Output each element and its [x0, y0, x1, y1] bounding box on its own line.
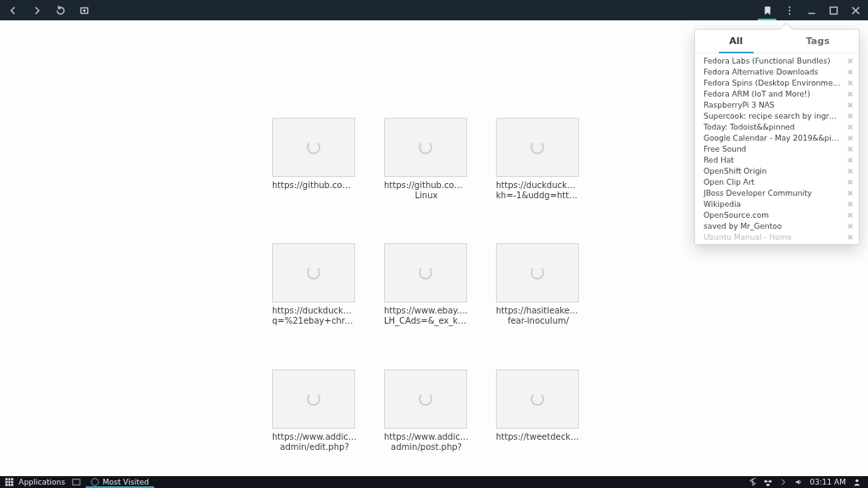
dial-item[interactable]: https://duckduckgo.c... q=%21ebay+chrome…: [272, 243, 357, 350]
close-icon[interactable]: [849, 4, 861, 16]
bookmark-row[interactable]: Fedora ARM (IoT and More!): [695, 88, 859, 99]
delete-icon[interactable]: [846, 145, 854, 152]
delete-icon[interactable]: [846, 156, 854, 164]
svg-rect-13: [12, 485, 14, 486]
delete-icon[interactable]: [846, 189, 854, 197]
bookmark-row[interactable]: Fedora Alternative Downloads: [695, 66, 859, 77]
delete-icon[interactable]: [846, 211, 854, 219]
desktop-panel: Applications Most Visited 03:11 AM: [0, 476, 868, 488]
loading-icon: [531, 141, 544, 154]
dial-item[interactable]: https://hasitleaked.co... fear-inoculum/: [496, 243, 581, 350]
minimize-icon[interactable]: [805, 4, 817, 16]
bookmark-row[interactable]: OpenShift Origin: [695, 165, 859, 176]
dropbox-icon[interactable]: [764, 478, 772, 486]
dial-url: https://www.addictive...: [384, 432, 469, 442]
delete-icon[interactable]: [846, 57, 854, 64]
bookmark-icon[interactable]: [761, 4, 773, 16]
bookmark-label: Wikipedia: [704, 200, 841, 208]
bookmark-row[interactable]: Fedora Spins (Desktop Environments): [695, 77, 859, 88]
tab-all[interactable]: All: [695, 30, 777, 53]
bookmark-row[interactable]: OpenSource.com: [695, 209, 859, 220]
svg-point-16: [855, 480, 858, 482]
delete-icon[interactable]: [846, 112, 854, 119]
delete-icon[interactable]: [846, 167, 854, 175]
bookmarks-list: Fedora Labs (Functional Bundles)Fedora A…: [695, 53, 859, 244]
dial-thumb: [272, 118, 355, 177]
delete-icon[interactable]: [846, 101, 854, 108]
bookmark-row[interactable]: Supercook: recipe search by ingredients …: [695, 110, 859, 121]
bookmark-row[interactable]: Google Calendar - May 2019&&pinned: [695, 132, 859, 143]
menu-icon[interactable]: [783, 4, 795, 16]
dial-item[interactable]: https://github.com/g...: [272, 118, 357, 225]
window-list-icon[interactable]: [72, 478, 81, 486]
bookmark-row[interactable]: Open Clip Art: [695, 176, 859, 187]
dial-item[interactable]: https://www.ebay.co... LH_CAds=&_ex_kw=.…: [384, 243, 469, 350]
bookmark-row[interactable]: Free Sound: [695, 143, 859, 154]
bookmark-row[interactable]: Ubuntu Manual - Home: [695, 231, 859, 242]
dial-item[interactable]: https://github.com/iln... Linux: [384, 118, 469, 225]
delete-icon[interactable]: [846, 178, 854, 186]
dial-url: https://duckduckgo.c...: [496, 180, 581, 191]
bookmark-row[interactable]: saved by Mr_Gentoo: [695, 220, 859, 231]
dial-thumb: [496, 243, 579, 302]
svg-rect-5: [6, 479, 8, 480]
new-tab-icon[interactable]: [78, 4, 90, 16]
browser-icon: [91, 478, 99, 486]
bookmark-row[interactable]: Fedora Labs (Functional Bundles): [695, 55, 859, 66]
bookmark-row[interactable]: JBoss Developer Community: [695, 187, 859, 198]
delete-icon[interactable]: [846, 79, 854, 86]
panel-left: Applications Most Visited: [0, 476, 154, 488]
bookmark-row[interactable]: Today: Todoist&&pinned: [695, 121, 859, 132]
svg-rect-11: [6, 485, 8, 486]
svg-rect-4: [830, 7, 837, 14]
delete-icon[interactable]: [846, 134, 854, 141]
forward-icon[interactable]: [31, 4, 42, 16]
chevron-right-icon[interactable]: [779, 478, 787, 486]
dial-url: https://hasitleaked.co...: [496, 306, 581, 316]
user-icon[interactable]: [853, 478, 861, 486]
tab-tags[interactable]: Tags: [777, 30, 860, 53]
maximize-icon[interactable]: [827, 4, 839, 16]
loading-icon: [419, 266, 432, 280]
delete-icon[interactable]: [846, 68, 854, 75]
bookmark-label: Today: Todoist&&pinned: [704, 123, 841, 131]
delete-icon[interactable]: [846, 222, 854, 230]
bookmark-label: Fedora Alternative Downloads: [704, 68, 841, 76]
svg-rect-8: [6, 481, 8, 483]
clock[interactable]: 03:11 AM: [810, 478, 846, 486]
svg-rect-7: [12, 479, 14, 480]
apps-grid-icon[interactable]: [5, 478, 14, 486]
delete-icon[interactable]: [846, 123, 854, 130]
delete-icon[interactable]: [846, 90, 854, 97]
bookmark-row[interactable]: Wikipedia: [695, 198, 859, 209]
dial-item[interactable]: https://www.addictive... admin/edit.php?: [272, 369, 357, 476]
dial-item[interactable]: https://duckduckgo.c... kh=-1&uddg=https…: [496, 118, 581, 225]
dial-thumb: [496, 369, 579, 429]
svg-rect-6: [8, 479, 10, 480]
dial-item[interactable]: https://www.addictive... admin/post.php?: [384, 369, 469, 476]
svg-rect-9: [8, 481, 10, 483]
bookmark-row[interactable]: Red Hat: [695, 154, 859, 165]
taskbar-item[interactable]: Most Visited: [86, 476, 154, 488]
bookmark-label: OpenSource.com: [704, 211, 841, 219]
bookmark-label: Free Sound: [704, 145, 841, 153]
bluetooth-icon[interactable]: [748, 478, 757, 486]
back-icon[interactable]: [7, 4, 19, 16]
dial-url-sub: admin/edit.php?: [272, 442, 357, 452]
delete-icon[interactable]: [846, 233, 854, 241]
dial-url-sub: q=%21ebay+chrome...: [272, 316, 357, 326]
bookmark-label: Fedora Spins (Desktop Environments): [704, 79, 841, 87]
dial-url-sub: LH_CAds=&_ex_kw=...: [384, 316, 469, 326]
dial-thumb: [272, 243, 355, 302]
applications-button[interactable]: Applications: [19, 478, 65, 486]
svg-point-2: [788, 9, 790, 11]
volume-icon[interactable]: [794, 478, 803, 486]
bookmark-row[interactable]: RaspberryPi 3 NAS: [695, 99, 859, 110]
bookmark-label: JBoss Developer Community: [704, 189, 841, 197]
delete-icon[interactable]: [846, 200, 854, 208]
dial-thumb: [272, 369, 355, 429]
bookmarks-tabs: All Tags: [695, 30, 859, 53]
bookmark-label: Google Calendar - May 2019&&pinned: [704, 134, 841, 142]
reload-icon[interactable]: [54, 4, 66, 16]
dial-item[interactable]: https://tweetdeck.twi...: [496, 369, 581, 476]
